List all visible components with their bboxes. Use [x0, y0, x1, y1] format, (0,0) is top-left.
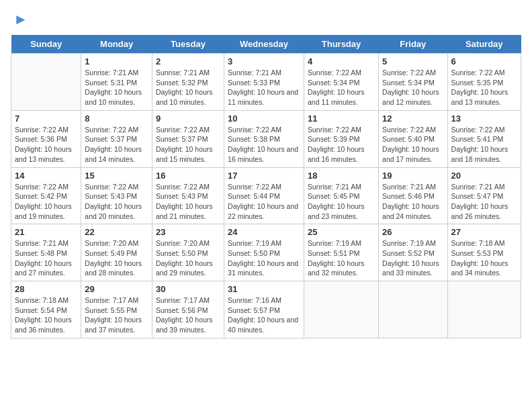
day-number: 1 — [85, 56, 148, 66]
day-header-tuesday: Tuesday — [152, 35, 224, 54]
calendar-cell: 26Sunrise: 7:19 AMSunset: 5:52 PMDayligh… — [379, 224, 448, 281]
cell-info: Sunrise: 7:20 AMSunset: 5:49 PMDaylight:… — [85, 238, 148, 278]
day-header-friday: Friday — [379, 35, 448, 54]
calendar-cell: 18Sunrise: 7:21 AMSunset: 5:45 PMDayligh… — [304, 167, 378, 224]
calendar-cell: 17Sunrise: 7:22 AMSunset: 5:44 PMDayligh… — [224, 167, 304, 224]
day-number: 6 — [451, 56, 517, 66]
day-number: 12 — [382, 113, 444, 124]
cell-info: Sunrise: 7:19 AMSunset: 5:52 PMDaylight:… — [382, 238, 444, 278]
calendar-cell: 27Sunrise: 7:18 AMSunset: 5:53 PMDayligh… — [447, 224, 521, 281]
day-number: 21 — [15, 227, 77, 237]
day-number: 2 — [156, 56, 220, 66]
calendar-cell: 3Sunrise: 7:21 AMSunset: 5:33 PMDaylight… — [224, 54, 304, 111]
cell-info: Sunrise: 7:22 AMSunset: 5:44 PMDaylight:… — [228, 182, 300, 222]
cell-info: Sunrise: 7:22 AMSunset: 5:36 PMDaylight:… — [15, 125, 77, 165]
calendar-cell: 30Sunrise: 7:17 AMSunset: 5:56 PMDayligh… — [152, 281, 224, 338]
calendar-cell: 7Sunrise: 7:22 AMSunset: 5:36 PMDaylight… — [11, 110, 81, 167]
cell-info: Sunrise: 7:22 AMSunset: 5:40 PMDaylight:… — [382, 125, 444, 165]
cell-info: Sunrise: 7:21 AMSunset: 5:48 PMDaylight:… — [15, 238, 77, 278]
calendar-cell — [304, 281, 378, 338]
calendar-cell: 8Sunrise: 7:22 AMSunset: 5:37 PMDaylight… — [81, 110, 152, 167]
cell-info: Sunrise: 7:21 AMSunset: 5:45 PMDaylight:… — [308, 182, 375, 222]
calendar-cell: 15Sunrise: 7:22 AMSunset: 5:43 PMDayligh… — [81, 167, 152, 224]
day-number: 4 — [308, 56, 375, 66]
cell-info: Sunrise: 7:16 AMSunset: 5:57 PMDaylight:… — [228, 295, 300, 335]
calendar-table: SundayMondayTuesdayWednesdayThursdayFrid… — [11, 35, 521, 338]
calendar-cell: 13Sunrise: 7:22 AMSunset: 5:41 PMDayligh… — [447, 110, 521, 167]
cell-info: Sunrise: 7:21 AMSunset: 5:31 PMDaylight:… — [85, 68, 148, 107]
day-number: 5 — [382, 56, 444, 66]
cell-info: Sunrise: 7:22 AMSunset: 5:43 PMDaylight:… — [156, 182, 220, 222]
cell-info: Sunrise: 7:22 AMSunset: 5:43 PMDaylight:… — [85, 182, 148, 222]
day-number: 26 — [382, 227, 444, 237]
day-number: 9 — [156, 113, 220, 124]
logo: ► — [11, 11, 28, 28]
day-number: 7 — [15, 113, 77, 124]
cell-info: Sunrise: 7:19 AMSunset: 5:50 PMDaylight:… — [228, 238, 300, 278]
cell-info: Sunrise: 7:22 AMSunset: 5:35 PMDaylight:… — [451, 68, 517, 107]
day-number: 25 — [308, 227, 375, 237]
calendar-cell: 23Sunrise: 7:20 AMSunset: 5:50 PMDayligh… — [152, 224, 224, 281]
cell-info: Sunrise: 7:20 AMSunset: 5:50 PMDaylight:… — [156, 238, 220, 278]
calendar-cell: 10Sunrise: 7:22 AMSunset: 5:38 PMDayligh… — [224, 110, 304, 167]
bird-icon: ► — [13, 11, 28, 28]
cell-info: Sunrise: 7:18 AMSunset: 5:53 PMDaylight:… — [451, 238, 517, 278]
cell-info: Sunrise: 7:18 AMSunset: 5:54 PMDaylight:… — [15, 295, 77, 335]
calendar-cell: 2Sunrise: 7:21 AMSunset: 5:32 PMDaylight… — [152, 54, 224, 111]
calendar-cell: 21Sunrise: 7:21 AMSunset: 5:48 PMDayligh… — [11, 224, 81, 281]
calendar-cell: 11Sunrise: 7:22 AMSunset: 5:39 PMDayligh… — [304, 110, 378, 167]
cell-info: Sunrise: 7:22 AMSunset: 5:34 PMDaylight:… — [308, 68, 375, 107]
day-header-wednesday: Wednesday — [224, 35, 304, 54]
day-number: 16 — [156, 171, 220, 181]
day-number: 22 — [85, 227, 148, 237]
calendar-cell: 29Sunrise: 7:17 AMSunset: 5:55 PMDayligh… — [81, 281, 152, 338]
day-number: 28 — [15, 284, 77, 294]
calendar-cell: 12Sunrise: 7:22 AMSunset: 5:40 PMDayligh… — [379, 110, 448, 167]
day-number: 8 — [85, 113, 148, 124]
day-number: 15 — [85, 171, 148, 181]
day-number: 29 — [85, 284, 148, 294]
calendar-body: 1Sunrise: 7:21 AMSunset: 5:31 PMDaylight… — [11, 54, 521, 338]
cell-info: Sunrise: 7:22 AMSunset: 5:42 PMDaylight:… — [15, 182, 77, 222]
day-number: 11 — [308, 113, 375, 124]
day-number: 13 — [451, 113, 517, 124]
day-number: 20 — [451, 171, 517, 181]
week-row-3: 14Sunrise: 7:22 AMSunset: 5:42 PMDayligh… — [11, 167, 521, 224]
day-number: 27 — [451, 227, 517, 237]
cell-info: Sunrise: 7:22 AMSunset: 5:41 PMDaylight:… — [451, 125, 517, 165]
day-header-monday: Monday — [81, 35, 152, 54]
cell-info: Sunrise: 7:22 AMSunset: 5:37 PMDaylight:… — [85, 125, 148, 165]
day-number: 19 — [382, 171, 444, 181]
calendar-cell: 16Sunrise: 7:22 AMSunset: 5:43 PMDayligh… — [152, 167, 224, 224]
day-number: 14 — [15, 171, 77, 181]
cell-info: Sunrise: 7:17 AMSunset: 5:55 PMDaylight:… — [85, 295, 148, 335]
calendar-cell: 31Sunrise: 7:16 AMSunset: 5:57 PMDayligh… — [224, 281, 304, 338]
calendar-header-row: SundayMondayTuesdayWednesdayThursdayFrid… — [11, 35, 521, 54]
calendar-cell: 20Sunrise: 7:21 AMSunset: 5:47 PMDayligh… — [447, 167, 521, 224]
cell-info: Sunrise: 7:21 AMSunset: 5:33 PMDaylight:… — [228, 68, 300, 107]
cell-info: Sunrise: 7:22 AMSunset: 5:34 PMDaylight:… — [382, 68, 444, 107]
calendar-cell: 5Sunrise: 7:22 AMSunset: 5:34 PMDaylight… — [379, 54, 448, 111]
calendar-cell: 22Sunrise: 7:20 AMSunset: 5:49 PMDayligh… — [81, 224, 152, 281]
calendar-cell: 24Sunrise: 7:19 AMSunset: 5:50 PMDayligh… — [224, 224, 304, 281]
week-row-2: 7Sunrise: 7:22 AMSunset: 5:36 PMDaylight… — [11, 110, 521, 167]
day-header-thursday: Thursday — [304, 35, 378, 54]
day-number: 31 — [228, 284, 300, 294]
week-row-1: 1Sunrise: 7:21 AMSunset: 5:31 PMDaylight… — [11, 54, 521, 111]
calendar-cell: 14Sunrise: 7:22 AMSunset: 5:42 PMDayligh… — [11, 167, 81, 224]
calendar-cell: 4Sunrise: 7:22 AMSunset: 5:34 PMDaylight… — [304, 54, 378, 111]
cell-info: Sunrise: 7:21 AMSunset: 5:46 PMDaylight:… — [382, 182, 444, 222]
calendar-cell — [11, 54, 81, 111]
day-number: 23 — [156, 227, 220, 237]
day-number: 17 — [228, 171, 300, 181]
week-row-4: 21Sunrise: 7:21 AMSunset: 5:48 PMDayligh… — [11, 224, 521, 281]
day-number: 24 — [228, 227, 300, 237]
calendar-cell: 6Sunrise: 7:22 AMSunset: 5:35 PMDaylight… — [447, 54, 521, 111]
calendar-cell — [447, 281, 521, 338]
day-number: 3 — [228, 56, 300, 66]
week-row-5: 28Sunrise: 7:18 AMSunset: 5:54 PMDayligh… — [11, 281, 521, 338]
day-number: 18 — [308, 171, 375, 181]
cell-info: Sunrise: 7:22 AMSunset: 5:39 PMDaylight:… — [308, 125, 375, 165]
calendar-cell: 9Sunrise: 7:22 AMSunset: 5:37 PMDaylight… — [152, 110, 224, 167]
cell-info: Sunrise: 7:22 AMSunset: 5:37 PMDaylight:… — [156, 125, 220, 165]
